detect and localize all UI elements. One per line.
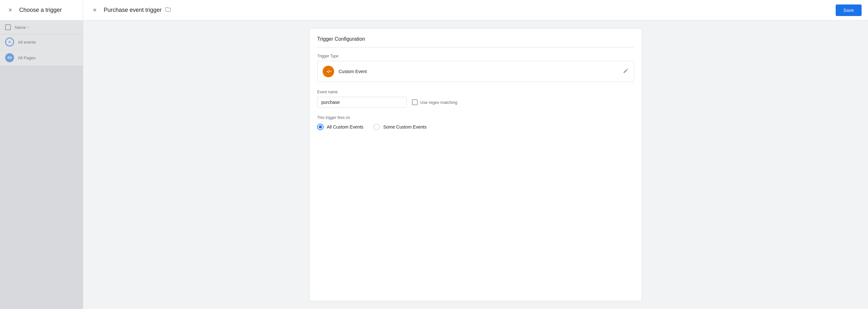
event-name-label: Event name <box>317 90 634 94</box>
radio-all-outer <box>317 124 323 130</box>
radio-some-label: Some Custom Events <box>383 124 426 130</box>
folder-icon[interactable] <box>165 6 171 14</box>
event-name-input[interactable] <box>317 97 407 108</box>
event-name-row: Use regex matching <box>317 97 634 108</box>
right-panel-close-button[interactable]: × <box>90 5 100 16</box>
all-pages-icon <box>5 53 14 62</box>
right-panel-header: × Purchase event trigger Save <box>83 0 868 21</box>
left-panel-header: × Choose a trigger <box>0 0 83 21</box>
trigger-card: Trigger Configuration Trigger Type </> C… <box>309 28 642 301</box>
regex-checkbox[interactable] <box>412 100 418 105</box>
svg-point-1 <box>9 41 10 42</box>
svg-point-3 <box>9 57 10 58</box>
save-button[interactable]: Save <box>836 4 862 16</box>
trigger-type-label: Trigger Type <box>317 54 634 58</box>
trigger-item-all-events-label: All events <box>18 40 36 45</box>
trigger-item-all-pages[interactable]: All Pages <box>0 50 83 66</box>
sort-arrow-icon: ↑ <box>27 25 29 29</box>
custom-event-icon: </> <box>322 66 334 77</box>
right-panel: × Purchase event trigger Save Trigger Co… <box>83 0 868 309</box>
radio-all-label: All Custom Events <box>327 124 363 130</box>
edit-trigger-type-icon[interactable] <box>623 68 629 75</box>
trigger-type-name: Custom Event <box>339 69 623 74</box>
card-section-title: Trigger Configuration <box>317 36 634 48</box>
radio-some-outer <box>373 124 380 130</box>
radio-some-custom-events[interactable]: Some Custom Events <box>373 124 426 130</box>
svg-text:</>: </> <box>327 70 332 73</box>
fires-on-section: This trigger fires on All Custom Events … <box>317 115 634 130</box>
trigger-type-row[interactable]: </> Custom Event <box>317 61 634 82</box>
trigger-name-label: Purchase event trigger <box>104 7 162 13</box>
all-events-icon <box>5 37 14 47</box>
trigger-item-all-pages-label: All Pages <box>18 55 35 60</box>
radio-group: All Custom Events Some Custom Events <box>317 124 634 130</box>
left-panel-close-button[interactable]: × <box>5 5 16 16</box>
left-panel-subheader: Name ↑ <box>0 21 83 34</box>
regex-row: Use regex matching <box>412 100 457 105</box>
regex-label: Use regex matching <box>420 100 457 105</box>
sort-checkbox[interactable] <box>5 24 11 30</box>
radio-all-custom-events[interactable]: All Custom Events <box>317 124 363 130</box>
fires-on-label: This trigger fires on <box>317 115 634 120</box>
radio-all-inner <box>319 125 322 129</box>
right-panel-content: Trigger Configuration Trigger Type </> C… <box>83 21 868 309</box>
left-panel: × Choose a trigger Name ↑ All events <box>0 0 83 309</box>
trigger-list: All events All Pages <box>0 34 83 309</box>
right-panel-title-area: Purchase event trigger <box>104 6 832 14</box>
sort-label: Name ↑ <box>15 25 29 30</box>
event-name-section: Event name Use regex matching <box>317 90 634 108</box>
trigger-item-all-events[interactable]: All events <box>0 34 83 50</box>
left-panel-title: Choose a trigger <box>19 7 62 13</box>
